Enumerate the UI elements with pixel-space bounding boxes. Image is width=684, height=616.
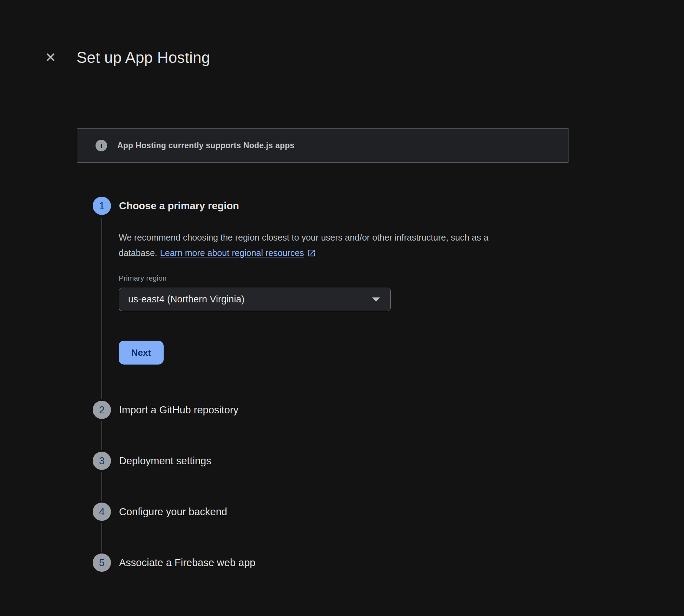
primary-region-label: Primary region (119, 273, 558, 283)
step-1-content: We recommend choosing the region closest… (119, 230, 558, 365)
step-2-number-badge: 2 (93, 401, 111, 419)
stepper-step-3: 3 Deployment settings (93, 452, 211, 470)
step-4-label: Configure your backend (119, 506, 227, 518)
stepper-step-4: 4 Configure your backend (93, 503, 227, 521)
page-title: Set up App Hosting (77, 47, 210, 68)
stepper-connector (101, 523, 102, 552)
step-3-number-badge: 3 (93, 452, 111, 470)
step-5-number-badge: 5 (93, 553, 111, 572)
dropdown-arrow-icon (372, 297, 380, 302)
step-1-number-badge: 1 (93, 197, 111, 215)
close-icon: ✕ (45, 51, 56, 64)
close-button[interactable]: ✕ (41, 48, 60, 67)
step-2-label: Import a GitHub repository (119, 404, 238, 416)
primary-region-value: us-east4 (Northern Virginia) (128, 294, 244, 305)
primary-region-select[interactable]: us-east4 (Northern Virginia) (119, 288, 391, 311)
external-link-icon (307, 249, 316, 257)
step-1-label: Choose a primary region (119, 200, 239, 212)
learn-more-link[interactable]: Learn more about regional resources (160, 248, 316, 258)
info-icon: i (96, 140, 107, 151)
setup-app-hosting-dialog: ✕ Set up App Hosting i App Hosting curre… (0, 0, 684, 616)
stepper-connector (101, 218, 102, 399)
step-4-number-badge: 4 (93, 503, 111, 521)
stepper-connector (101, 472, 102, 501)
step-5-label: Associate a Firebase web app (119, 557, 256, 569)
stepper-step-1: 1 Choose a primary region (93, 197, 239, 215)
info-banner: i App Hosting currently supports Node.js… (77, 128, 568, 163)
step-1-description: We recommend choosing the region closest… (119, 230, 558, 261)
step-3-label: Deployment settings (119, 455, 211, 467)
stepper-connector (101, 421, 102, 450)
stepper-step-2: 2 Import a GitHub repository (93, 401, 238, 419)
next-button[interactable]: Next (119, 341, 164, 365)
learn-more-label: Learn more about regional resources (160, 248, 304, 258)
info-banner-text: App Hosting currently supports Node.js a… (117, 141, 294, 150)
stepper-step-5: 5 Associate a Firebase web app (93, 553, 256, 572)
